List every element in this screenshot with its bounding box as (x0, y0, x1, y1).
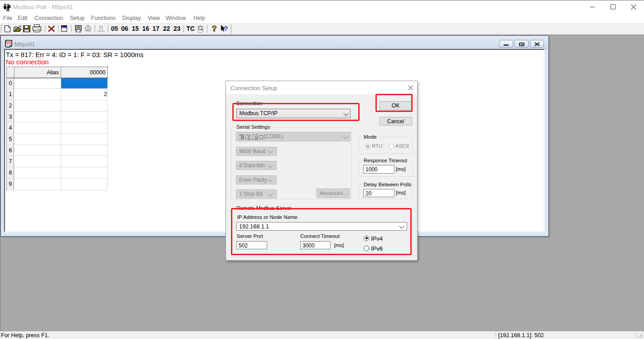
svg-text:?: ? (212, 24, 216, 33)
svg-text:?: ? (224, 24, 228, 32)
svg-text:DOC: DOC (6, 41, 12, 44)
